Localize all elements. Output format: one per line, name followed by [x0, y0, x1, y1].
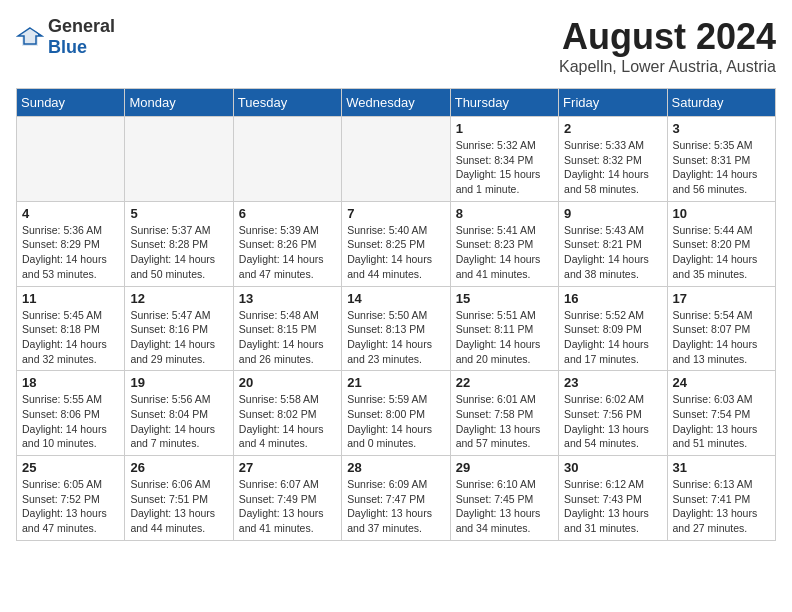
day-number: 13	[239, 291, 336, 306]
calendar-cell: 15Sunrise: 5:51 AM Sunset: 8:11 PM Dayli…	[450, 286, 558, 371]
day-info: Sunrise: 5:56 AM Sunset: 8:04 PM Dayligh…	[130, 392, 227, 451]
day-info: Sunrise: 5:35 AM Sunset: 8:31 PM Dayligh…	[673, 138, 770, 197]
logo-icon	[16, 26, 44, 48]
day-info: Sunrise: 6:06 AM Sunset: 7:51 PM Dayligh…	[130, 477, 227, 536]
calendar-cell: 23Sunrise: 6:02 AM Sunset: 7:56 PM Dayli…	[559, 371, 667, 456]
calendar-cell: 8Sunrise: 5:41 AM Sunset: 8:23 PM Daylig…	[450, 201, 558, 286]
day-info: Sunrise: 5:58 AM Sunset: 8:02 PM Dayligh…	[239, 392, 336, 451]
day-number: 4	[22, 206, 119, 221]
day-info: Sunrise: 6:10 AM Sunset: 7:45 PM Dayligh…	[456, 477, 553, 536]
calendar-week-row: 18Sunrise: 5:55 AM Sunset: 8:06 PM Dayli…	[17, 371, 776, 456]
day-info: Sunrise: 6:12 AM Sunset: 7:43 PM Dayligh…	[564, 477, 661, 536]
calendar-cell	[342, 117, 450, 202]
calendar-cell: 3Sunrise: 5:35 AM Sunset: 8:31 PM Daylig…	[667, 117, 775, 202]
calendar-cell: 22Sunrise: 6:01 AM Sunset: 7:58 PM Dayli…	[450, 371, 558, 456]
day-number: 17	[673, 291, 770, 306]
calendar-cell: 6Sunrise: 5:39 AM Sunset: 8:26 PM Daylig…	[233, 201, 341, 286]
calendar-cell: 31Sunrise: 6:13 AM Sunset: 7:41 PM Dayli…	[667, 456, 775, 541]
day-number: 22	[456, 375, 553, 390]
calendar-cell: 25Sunrise: 6:05 AM Sunset: 7:52 PM Dayli…	[17, 456, 125, 541]
logo-blue: Blue	[48, 37, 87, 57]
calendar-cell: 17Sunrise: 5:54 AM Sunset: 8:07 PM Dayli…	[667, 286, 775, 371]
day-number: 11	[22, 291, 119, 306]
calendar-cell: 4Sunrise: 5:36 AM Sunset: 8:29 PM Daylig…	[17, 201, 125, 286]
day-info: Sunrise: 5:32 AM Sunset: 8:34 PM Dayligh…	[456, 138, 553, 197]
day-number: 18	[22, 375, 119, 390]
day-number: 8	[456, 206, 553, 221]
day-number: 16	[564, 291, 661, 306]
logo-general: General	[48, 16, 115, 36]
day-info: Sunrise: 5:33 AM Sunset: 8:32 PM Dayligh…	[564, 138, 661, 197]
day-info: Sunrise: 5:55 AM Sunset: 8:06 PM Dayligh…	[22, 392, 119, 451]
calendar-cell	[17, 117, 125, 202]
day-info: Sunrise: 6:13 AM Sunset: 7:41 PM Dayligh…	[673, 477, 770, 536]
calendar-cell: 19Sunrise: 5:56 AM Sunset: 8:04 PM Dayli…	[125, 371, 233, 456]
calendar-cell: 28Sunrise: 6:09 AM Sunset: 7:47 PM Dayli…	[342, 456, 450, 541]
calendar-week-row: 11Sunrise: 5:45 AM Sunset: 8:18 PM Dayli…	[17, 286, 776, 371]
day-number: 26	[130, 460, 227, 475]
calendar-cell: 12Sunrise: 5:47 AM Sunset: 8:16 PM Dayli…	[125, 286, 233, 371]
calendar-cell: 29Sunrise: 6:10 AM Sunset: 7:45 PM Dayli…	[450, 456, 558, 541]
weekday-header-monday: Monday	[125, 89, 233, 117]
weekday-header-wednesday: Wednesday	[342, 89, 450, 117]
day-info: Sunrise: 5:43 AM Sunset: 8:21 PM Dayligh…	[564, 223, 661, 282]
day-info: Sunrise: 6:03 AM Sunset: 7:54 PM Dayligh…	[673, 392, 770, 451]
calendar-cell: 27Sunrise: 6:07 AM Sunset: 7:49 PM Dayli…	[233, 456, 341, 541]
calendar-week-row: 1Sunrise: 5:32 AM Sunset: 8:34 PM Daylig…	[17, 117, 776, 202]
day-info: Sunrise: 6:02 AM Sunset: 7:56 PM Dayligh…	[564, 392, 661, 451]
logo: General Blue	[16, 16, 115, 58]
calendar-cell: 2Sunrise: 5:33 AM Sunset: 8:32 PM Daylig…	[559, 117, 667, 202]
calendar-cell: 11Sunrise: 5:45 AM Sunset: 8:18 PM Dayli…	[17, 286, 125, 371]
calendar-cell: 1Sunrise: 5:32 AM Sunset: 8:34 PM Daylig…	[450, 117, 558, 202]
day-info: Sunrise: 6:01 AM Sunset: 7:58 PM Dayligh…	[456, 392, 553, 451]
day-info: Sunrise: 5:59 AM Sunset: 8:00 PM Dayligh…	[347, 392, 444, 451]
day-info: Sunrise: 5:41 AM Sunset: 8:23 PM Dayligh…	[456, 223, 553, 282]
calendar-cell: 18Sunrise: 5:55 AM Sunset: 8:06 PM Dayli…	[17, 371, 125, 456]
day-info: Sunrise: 6:05 AM Sunset: 7:52 PM Dayligh…	[22, 477, 119, 536]
main-title: August 2024	[559, 16, 776, 58]
day-info: Sunrise: 5:48 AM Sunset: 8:15 PM Dayligh…	[239, 308, 336, 367]
calendar-cell: 13Sunrise: 5:48 AM Sunset: 8:15 PM Dayli…	[233, 286, 341, 371]
page-header: General Blue August 2024 Kapelln, Lower …	[16, 16, 776, 76]
calendar-cell: 7Sunrise: 5:40 AM Sunset: 8:25 PM Daylig…	[342, 201, 450, 286]
weekday-header-friday: Friday	[559, 89, 667, 117]
weekday-header-sunday: Sunday	[17, 89, 125, 117]
day-number: 21	[347, 375, 444, 390]
weekday-header-tuesday: Tuesday	[233, 89, 341, 117]
calendar-cell	[125, 117, 233, 202]
day-info: Sunrise: 6:07 AM Sunset: 7:49 PM Dayligh…	[239, 477, 336, 536]
day-number: 3	[673, 121, 770, 136]
logo-text: General Blue	[48, 16, 115, 58]
day-info: Sunrise: 5:45 AM Sunset: 8:18 PM Dayligh…	[22, 308, 119, 367]
day-info: Sunrise: 5:52 AM Sunset: 8:09 PM Dayligh…	[564, 308, 661, 367]
calendar-cell: 20Sunrise: 5:58 AM Sunset: 8:02 PM Dayli…	[233, 371, 341, 456]
day-info: Sunrise: 5:54 AM Sunset: 8:07 PM Dayligh…	[673, 308, 770, 367]
calendar-cell: 10Sunrise: 5:44 AM Sunset: 8:20 PM Dayli…	[667, 201, 775, 286]
day-info: Sunrise: 5:50 AM Sunset: 8:13 PM Dayligh…	[347, 308, 444, 367]
day-number: 10	[673, 206, 770, 221]
calendar-cell: 21Sunrise: 5:59 AM Sunset: 8:00 PM Dayli…	[342, 371, 450, 456]
subtitle: Kapelln, Lower Austria, Austria	[559, 58, 776, 76]
calendar-cell: 16Sunrise: 5:52 AM Sunset: 8:09 PM Dayli…	[559, 286, 667, 371]
calendar-cell: 26Sunrise: 6:06 AM Sunset: 7:51 PM Dayli…	[125, 456, 233, 541]
day-number: 28	[347, 460, 444, 475]
day-number: 5	[130, 206, 227, 221]
day-info: Sunrise: 6:09 AM Sunset: 7:47 PM Dayligh…	[347, 477, 444, 536]
day-info: Sunrise: 5:36 AM Sunset: 8:29 PM Dayligh…	[22, 223, 119, 282]
day-number: 12	[130, 291, 227, 306]
day-number: 7	[347, 206, 444, 221]
day-info: Sunrise: 5:47 AM Sunset: 8:16 PM Dayligh…	[130, 308, 227, 367]
day-info: Sunrise: 5:40 AM Sunset: 8:25 PM Dayligh…	[347, 223, 444, 282]
day-number: 25	[22, 460, 119, 475]
day-info: Sunrise: 5:39 AM Sunset: 8:26 PM Dayligh…	[239, 223, 336, 282]
day-number: 20	[239, 375, 336, 390]
calendar-table: SundayMondayTuesdayWednesdayThursdayFrid…	[16, 88, 776, 541]
calendar-cell: 24Sunrise: 6:03 AM Sunset: 7:54 PM Dayli…	[667, 371, 775, 456]
day-number: 31	[673, 460, 770, 475]
calendar-week-row: 4Sunrise: 5:36 AM Sunset: 8:29 PM Daylig…	[17, 201, 776, 286]
calendar-week-row: 25Sunrise: 6:05 AM Sunset: 7:52 PM Dayli…	[17, 456, 776, 541]
calendar-cell: 14Sunrise: 5:50 AM Sunset: 8:13 PM Dayli…	[342, 286, 450, 371]
day-info: Sunrise: 5:51 AM Sunset: 8:11 PM Dayligh…	[456, 308, 553, 367]
day-number: 1	[456, 121, 553, 136]
day-number: 29	[456, 460, 553, 475]
